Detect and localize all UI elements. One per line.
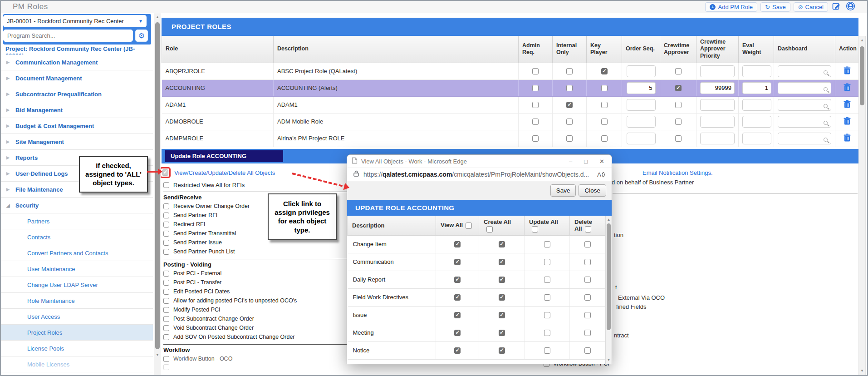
crewtime-approver-checkbox[interactable]	[675, 135, 682, 142]
order-seq-input[interactable]	[627, 133, 656, 144]
view-checkbox[interactable]	[454, 347, 461, 354]
eval-weight-input[interactable]	[742, 116, 771, 128]
popup-scrollbar-thumb[interactable]	[607, 223, 611, 330]
sidebar-subitem[interactable]: Change User LDAP Server	[1, 277, 153, 293]
crewtime-approver-checkbox[interactable]	[675, 68, 682, 74]
settings-gear-button[interactable]: ⚙	[135, 30, 148, 42]
internal-only-checkbox[interactable]	[566, 68, 573, 74]
popup-scrollbar[interactable]: ▲ ▼	[605, 216, 612, 364]
sidebar-subitem[interactable]: Convert Partners and Contacts	[1, 245, 153, 261]
update-checkbox[interactable]	[544, 259, 550, 265]
create-checkbox[interactable]	[499, 277, 505, 283]
view-checkbox[interactable]	[454, 241, 461, 247]
project-dropdown[interactable]: JB-00001 - Rockford Community Rec Center…	[3, 15, 147, 27]
dashboard-input[interactable]	[778, 99, 831, 111]
permission-checkbox[interactable]	[163, 240, 169, 246]
dashboard-input[interactable]	[778, 133, 831, 144]
main-scrollbar[interactable]: ▲ ▼	[858, 36, 866, 375]
dashboard-input[interactable]	[778, 65, 831, 77]
permission-checkbox[interactable]	[163, 213, 169, 218]
delete-trash-icon[interactable]	[843, 100, 851, 109]
table-row[interactable]: ADAM1 ADAM1	[162, 96, 859, 113]
restricted-view-checkbox[interactable]	[163, 182, 169, 188]
view-checkbox[interactable]	[454, 330, 461, 336]
sidebar-scrollbar-thumb[interactable]	[155, 22, 160, 349]
order-seq-input[interactable]	[627, 99, 656, 111]
table-row[interactable]: ACCOUNTING ACCOUNTING (Alerts)	[162, 79, 859, 96]
view-checkbox[interactable]	[454, 294, 461, 301]
sidebar-item[interactable]: ▶ Communication Management	[1, 54, 153, 70]
scroll-up-icon[interactable]: ▲	[859, 38, 865, 42]
delete-trash-icon[interactable]	[843, 134, 851, 143]
sidebar-item[interactable]: ▶ Bid Management	[1, 102, 153, 118]
key-player-checkbox[interactable]	[601, 85, 608, 91]
sidebar-subitem[interactable]: Contacts	[1, 229, 153, 245]
admin-req-checkbox[interactable]	[532, 68, 539, 74]
close-icon[interactable]: ✕	[599, 158, 604, 164]
permission-checkbox[interactable]	[163, 356, 169, 362]
internal-only-checkbox[interactable]	[566, 119, 573, 125]
crewtime-priority-input[interactable]	[700, 99, 735, 111]
sidebar-item[interactable]: ▶ Budget & Cost Management	[1, 118, 153, 134]
search-icon[interactable]	[824, 104, 828, 108]
permission-checkbox[interactable]	[163, 289, 169, 295]
permission-checkbox[interactable]	[163, 203, 169, 209]
maximize-icon[interactable]: □	[584, 158, 588, 164]
popup-titlebar[interactable]: View All Objects - Work - Microsoft Edge…	[347, 155, 612, 168]
sidebar-subitem[interactable]: Role Maintenance	[1, 293, 153, 309]
eval-weight-input[interactable]	[742, 99, 771, 111]
scroll-down-icon[interactable]: ▼	[606, 358, 612, 362]
program-search-input[interactable]	[3, 30, 133, 42]
search-icon[interactable]	[824, 121, 828, 125]
eval-weight-input[interactable]	[742, 82, 771, 94]
delete-trash-icon[interactable]	[843, 66, 851, 76]
sidebar-subitem[interactable]: Mobile Licenses	[1, 356, 153, 372]
create-checkbox[interactable]	[499, 259, 505, 265]
crewtime-priority-input[interactable]	[700, 116, 735, 128]
all-objects-link[interactable]: View/Create/Update/Delete All Objects	[174, 169, 275, 176]
crewtime-approver-checkbox[interactable]	[675, 102, 682, 108]
sidebar-subitem[interactable]: Project Roles	[1, 325, 153, 341]
update-all-header-checkbox[interactable]	[532, 226, 538, 233]
key-player-checkbox[interactable]	[601, 68, 608, 74]
cancel-button[interactable]: ⊘ Cancel	[794, 2, 828, 12]
eval-weight-input[interactable]	[742, 133, 771, 144]
main-scrollbar-thumb[interactable]	[860, 46, 864, 105]
add-pm-role-button[interactable]: + Add PM Role	[705, 2, 757, 12]
update-checkbox[interactable]	[544, 347, 550, 354]
eval-weight-input[interactable]	[742, 65, 771, 77]
permission-checkbox[interactable]	[163, 325, 169, 331]
sidebar-subitem[interactable]: User Access	[1, 309, 153, 325]
order-seq-input[interactable]	[627, 82, 656, 94]
delete-all-header-checkbox[interactable]	[585, 226, 591, 233]
sidebar-subitem[interactable]: License Pools	[1, 341, 153, 356]
permission-checkbox[interactable]	[163, 334, 169, 340]
create-checkbox[interactable]	[499, 330, 505, 336]
crewtime-approver-checkbox[interactable]	[675, 119, 682, 125]
dashboard-input[interactable]	[778, 116, 831, 128]
scroll-up-icon[interactable]: ▲	[154, 15, 161, 19]
minimize-icon[interactable]: –	[569, 158, 572, 164]
view-checkbox[interactable]	[454, 259, 461, 265]
all-objects-checkbox[interactable]	[162, 169, 168, 176]
search-icon[interactable]	[824, 138, 828, 142]
permission-checkbox[interactable]	[163, 316, 169, 322]
create-checkbox[interactable]	[499, 347, 505, 354]
create-all-header-checkbox[interactable]	[486, 226, 493, 233]
edit-button[interactable]	[831, 2, 842, 12]
key-player-checkbox[interactable]	[601, 135, 608, 142]
scroll-down-icon[interactable]: ▼	[859, 369, 865, 373]
dashboard-input[interactable]	[778, 82, 831, 94]
scroll-up-icon[interactable]: ▲	[606, 218, 612, 222]
update-checkbox[interactable]	[544, 294, 550, 301]
internal-only-checkbox[interactable]	[566, 135, 573, 142]
order-seq-input[interactable]	[627, 65, 656, 77]
scroll-down-icon[interactable]: ▼	[154, 353, 161, 357]
permission-checkbox[interactable]	[163, 222, 169, 228]
delete-checkbox[interactable]	[584, 312, 591, 318]
permission-checkbox[interactable]	[163, 280, 169, 286]
sidebar-subitem[interactable]: Partners	[1, 213, 153, 229]
delete-checkbox[interactable]	[584, 241, 591, 247]
view-checkbox[interactable]	[454, 277, 461, 283]
sidebar-item[interactable]: ▶ Document Management	[1, 70, 153, 86]
